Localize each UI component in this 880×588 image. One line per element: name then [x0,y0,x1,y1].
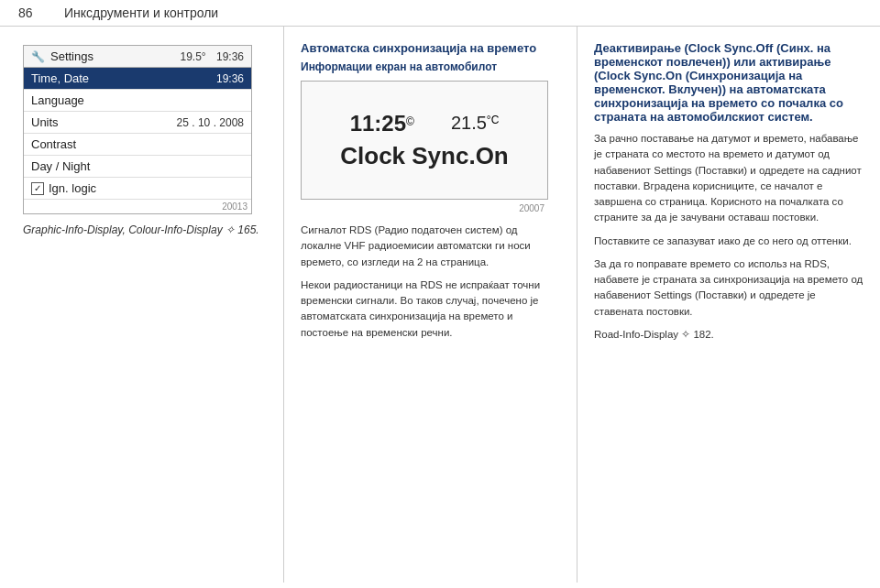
row-label: Units [31,115,59,129]
settings-title: Settings [50,49,94,63]
page-header: 86 Инксдрументи и контроли [0,0,880,27]
clock-temp: 21.5 [451,113,487,133]
mid-subtitle: Информации екран на автомобилот [301,60,560,73]
header-temp: 19.5° [180,50,205,63]
settings-row-units[interactable]: Units 25 . 10 . 2008 [24,112,251,134]
right-paragraph-2: Поставките се запазуват иако де со него … [594,234,864,249]
page-number: 86 [18,5,46,20]
clock-time-container: 11:25© [350,111,414,136]
right-paragraph-3: За да го поправате времето со использ на… [594,256,864,320]
header-time: 19:36 [216,50,244,63]
row-label: Time, Date [31,71,89,85]
wrench-icon: 🔧 [31,50,45,63]
settings-row-language[interactable]: Language [24,90,251,112]
clock-temp-sup: °C [487,114,499,126]
clock-time-sup: © [406,114,414,127]
middle-column: Автоматска синхронизација на времето Инф… [284,27,578,583]
row-value: 25 . 10 . 2008 [177,116,244,129]
clock-sync-text: Clock Sync.On [340,142,509,170]
mid-paragraph-1: Сигналот RDS (Радио податочен систем) од… [301,223,560,270]
settings-row-ign-logic[interactable]: ✓ Ign. logic [24,178,251,200]
row-label: Day / Night [31,159,90,173]
page-title: Инксдрументи и контроли [64,5,218,20]
mid-paragraph-2: Некои радиостаници на RDS не испраќаат т… [301,278,560,341]
clock-temp-container: 21.5°C [451,113,499,134]
ign-logic-checkbox[interactable]: ✓ [31,182,44,195]
clock-time: 11:25 [350,111,406,136]
row-value: 19:36 [216,72,244,85]
settings-widget: 🔧 Settings 19.5° 19:36 Time, Date 19:36 … [23,45,252,214]
ign-logic-label: Ign. logic [49,181,96,195]
settings-header: 🔧 Settings 19.5° 19:36 [24,46,251,68]
mid-section-title: Автоматска синхронизација на времето [301,41,560,55]
settings-row-time-date[interactable]: Time, Date 19:36 [24,68,251,90]
content-area: 🔧 Settings 19.5° 19:36 Time, Date 19:36 … [0,27,880,583]
caption: Graphic-Info-Display, Colour-Info-Displa… [23,223,265,236]
row-label: Language [31,93,84,107]
left-column: 🔧 Settings 19.5° 19:36 Time, Date 19:36 … [0,27,284,583]
right-paragraph-1: За рачно поставање на датумот и времето,… [594,131,864,226]
right-column: Деактивирање (Clock Sync.Off (Синх. на в… [578,27,880,583]
row-label: Contrast [31,137,76,151]
ign-logic-checkbox-row: ✓ Ign. logic [31,181,96,195]
settings-row-contrast[interactable]: Contrast [24,134,251,156]
right-section-title: Деактивирање (Clock Sync.Off (Синх. на в… [594,41,864,124]
settings-row-day-night[interactable]: Day / Night [24,156,251,178]
clock-display: 11:25© 21.5°C Clock Sync.On [301,81,548,200]
clock-image-label: 20007 [301,203,548,213]
widget-image-label: 20013 [24,200,251,213]
settings-header-values: 19.5° 19:36 [180,50,244,63]
clock-top-row: 11:25© 21.5°C [350,111,500,136]
caption-text: Graphic-Info-Display, Colour-Info-Displa… [23,223,259,236]
settings-header-left: 🔧 Settings [31,49,94,63]
right-paragraph-4: Road-Info-Display ✧ 182. [594,327,864,343]
